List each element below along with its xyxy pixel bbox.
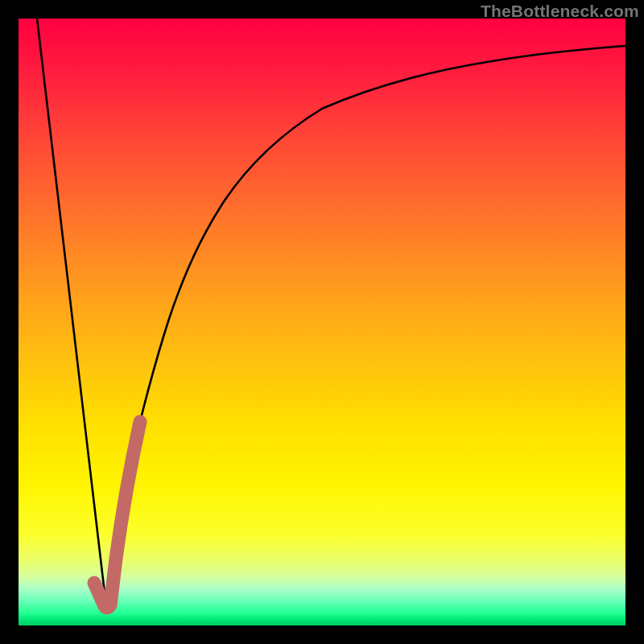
curve-ascending bbox=[106, 46, 625, 607]
valley-highlight bbox=[94, 422, 140, 608]
curve-descending bbox=[37, 19, 106, 607]
chart-curves bbox=[19, 19, 625, 625]
chart-frame: TheBottleneck.com bbox=[0, 0, 644, 644]
watermark-text: TheBottleneck.com bbox=[481, 2, 639, 21]
plot-area bbox=[19, 19, 625, 625]
